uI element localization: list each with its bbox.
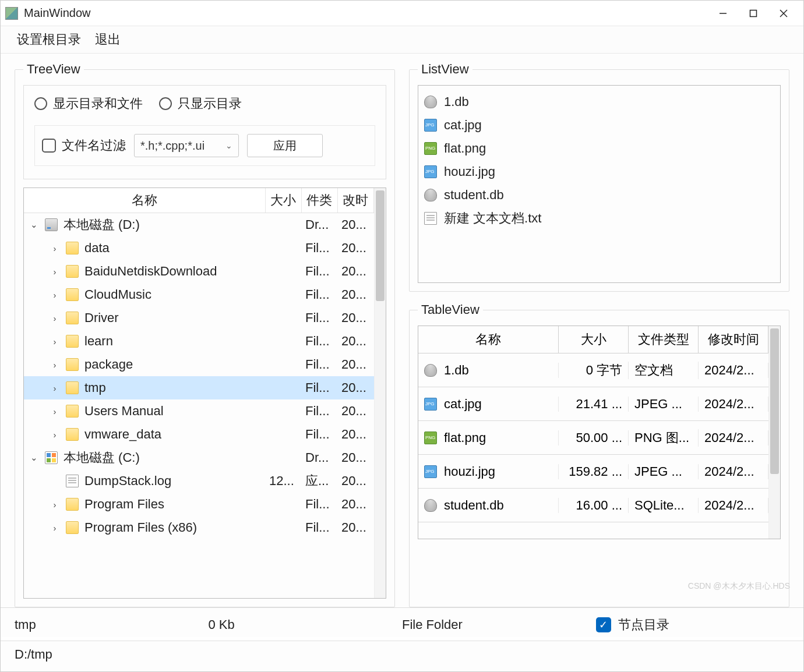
expander-icon[interactable]: › [50, 406, 60, 416]
menu-set-root[interactable]: 设置根目录 [17, 31, 81, 48]
tree-row[interactable]: ›CloudMusicFil...20... [24, 283, 374, 306]
tree-cell-size: 12... [266, 473, 302, 489]
maximize-button[interactable] [738, 3, 768, 24]
table-row[interactable]: 1.db0 字节空文档2024/2... [418, 353, 768, 387]
folder-icon [66, 381, 79, 394]
table-row[interactable]: flat.png50.00 ...PNG 图...2024/2... [418, 421, 768, 455]
radio-show-dirs[interactable]: 只显示目录 [159, 95, 242, 112]
tree-row[interactable]: ›Users ManualFil...20... [24, 399, 374, 423]
check-filename-filter[interactable]: 文件名过滤 [42, 137, 126, 154]
table-cell-type: JPEG ... [629, 397, 699, 412]
expander-icon[interactable]: › [50, 500, 60, 510]
table-cell-size: 16.00 ... [559, 498, 629, 513]
tree-row[interactable]: ›dataFil...20... [24, 236, 374, 260]
expander-icon[interactable]: › [50, 360, 60, 370]
cdrive-icon [45, 451, 58, 464]
tree-header-size[interactable]: 大小 [266, 188, 302, 213]
expander-icon[interactable]: › [50, 243, 60, 253]
table-cell-name: houzi.jpg [418, 464, 559, 479]
tree-row[interactable]: ⌄本地磁盘 (C:)Dr...20... [24, 446, 374, 469]
tree-scrollbar[interactable] [374, 188, 386, 598]
tree-row[interactable]: ›DriverFil...20... [24, 306, 374, 330]
main-window: MainWindow 设置根目录 退出 TreeView 显示目录和文件 只显示… [0, 0, 804, 672]
img-icon [424, 165, 437, 178]
menu-exit[interactable]: 退出 [95, 31, 121, 48]
list-item[interactable]: 1.db [424, 90, 774, 114]
treeview-legend: TreeView [23, 62, 84, 77]
table-header-name[interactable]: 名称 [418, 326, 559, 353]
tree-cell-mod: 20... [338, 450, 374, 465]
tree-header-name[interactable]: 名称 [24, 188, 266, 213]
expander-icon[interactable]: ⌄ [29, 452, 39, 463]
table-header-size[interactable]: 大小 [559, 326, 629, 353]
tree-item-label: Driver [84, 310, 119, 326]
expander-icon[interactable]: › [50, 290, 60, 300]
close-button[interactable] [768, 3, 799, 24]
expander-icon[interactable]: ⌄ [29, 220, 39, 230]
list-item[interactable]: 新建 文本文档.txt [424, 207, 774, 230]
expander-icon[interactable]: › [50, 337, 60, 346]
window-title: MainWindow [24, 6, 708, 20]
table-row[interactable]: student.db16.00 ...SQLite...2024/2... [418, 489, 768, 522]
table-cell-size: 21.41 ... [559, 397, 629, 412]
tree-cell-type: Fil... [302, 310, 338, 326]
listview[interactable]: 1.dbcat.jpgflat.pnghouzi.jpgstudent.db新建… [418, 85, 781, 283]
table-row[interactable]: cat.jpg21.41 ...JPEG ...2024/2... [418, 387, 768, 421]
tableview[interactable]: 名称 大小 文件类型 修改时间 1.db0 字节空文档2024/2...cat.… [418, 326, 781, 539]
list-item-label: flat.png [444, 141, 486, 156]
expander-icon[interactable]: › [50, 313, 60, 323]
table-cell-type: SQLite... [629, 498, 699, 513]
minimize-button[interactable] [708, 3, 738, 24]
table-cell-mod: 2024/2... [699, 498, 768, 513]
tree-item-label: Program Files [84, 497, 164, 512]
file-icon [66, 475, 79, 487]
tree-cell-mod: 20... [338, 357, 374, 372]
expander-icon[interactable]: › [50, 430, 60, 440]
tree-item-label: package [84, 357, 133, 372]
list-item[interactable]: student.db [424, 183, 774, 207]
db-icon [424, 189, 437, 201]
png-icon [424, 432, 437, 444]
list-item[interactable]: houzi.jpg [424, 160, 774, 183]
tree-row[interactable]: ›tmpFil...20... [24, 376, 374, 399]
tree-cell-type: Fil... [302, 240, 338, 256]
statusbar: tmp 0 Kb File Folder ✓ 节点目录 [1, 607, 803, 637]
radio-show-all[interactable]: 显示目录和文件 [34, 95, 143, 112]
tree-row[interactable]: ›packageFil...20... [24, 353, 374, 376]
img-icon [424, 465, 437, 478]
status-type: File Folder [402, 617, 596, 632]
expander-icon[interactable]: › [50, 267, 60, 277]
img-icon [424, 119, 437, 132]
tree-header-mod[interactable]: 改时 [338, 188, 374, 213]
table-row[interactable]: houzi.jpg159.82 ...JPEG ...2024/2... [418, 455, 768, 489]
tree-row[interactable]: ›Program FilesFil...20... [24, 493, 374, 516]
folder-icon [66, 335, 79, 348]
expander-icon[interactable]: › [50, 523, 60, 533]
tree-header-type[interactable]: 件类 [302, 188, 338, 213]
table-header-type[interactable]: 文件类型 [629, 326, 699, 353]
db-icon [424, 96, 437, 108]
table-scrollbar[interactable] [768, 326, 780, 539]
tree-cell-mod: 20... [338, 264, 374, 279]
list-item[interactable]: flat.png [424, 137, 774, 160]
content-area: TreeView 显示目录和文件 只显示目录 文件名过滤 [1, 54, 803, 607]
treeview[interactable]: 名称 大小 件类 改时 ⌄本地磁盘 (D:)Dr...20...›dataFil… [23, 188, 386, 599]
status-path: D:/tmp [1, 641, 803, 671]
filter-combo[interactable]: *.h;*.cpp;*.ui ⌄ [134, 134, 239, 157]
filter-panel: 显示目录和文件 只显示目录 文件名过滤 *.h;*.cpp;*.ui ⌄ [23, 85, 386, 179]
tree-cell-type: Fil... [302, 357, 338, 372]
tree-row[interactable]: ›Program Files (x86)Fil...20... [24, 516, 374, 539]
expander-icon[interactable]: › [50, 383, 60, 393]
tree-row[interactable]: DumpStack.log12...应...20... [24, 469, 374, 493]
tree-row[interactable]: ⌄本地磁盘 (D:)Dr...20... [24, 213, 374, 236]
tree-row[interactable]: ›learnFil...20... [24, 330, 374, 353]
tree-row[interactable]: ›vmware_dataFil...20... [24, 423, 374, 446]
table-cell-mod: 2024/2... [699, 397, 768, 412]
list-item[interactable]: cat.jpg [424, 114, 774, 137]
status-node-checkbox[interactable]: ✓ 节点目录 [596, 616, 669, 634]
table-header-mod[interactable]: 修改时间 [699, 326, 768, 353]
menubar: 设置根目录 退出 [1, 26, 803, 54]
tree-row[interactable]: ›BaiduNetdiskDownloadFil...20... [24, 260, 374, 283]
folder-icon [66, 428, 79, 441]
apply-button[interactable]: 应用 [247, 134, 323, 157]
